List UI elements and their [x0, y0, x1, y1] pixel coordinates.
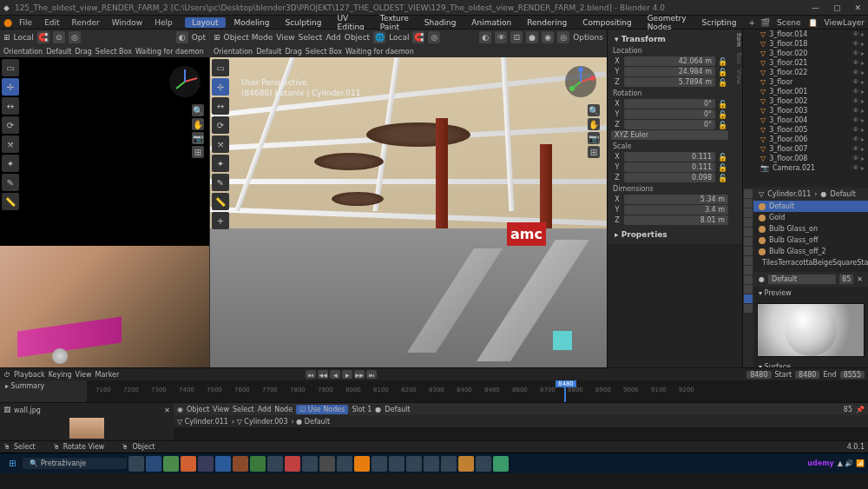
lock-icon[interactable]: 🔓: [716, 100, 728, 109]
node-slot-num[interactable]: 85: [844, 406, 852, 413]
outliner-item[interactable]: ▽3_floor.005👁▸: [743, 125, 868, 135]
mode-select[interactable]: Object Mode: [224, 33, 273, 42]
prop-tab-constraint[interactable]: [744, 275, 753, 284]
options-button[interactable]: Opt: [192, 33, 206, 42]
tool-measure[interactable]: 📏: [2, 193, 19, 210]
breadcrumb-obj[interactable]: Cylinder.011: [185, 418, 228, 426]
restrict-icon[interactable]: ▸: [861, 59, 865, 67]
view-menu[interactable]: View: [76, 371, 92, 379]
prop-tab-world[interactable]: [744, 228, 753, 236]
menu-render[interactable]: Render: [67, 18, 105, 27]
play-icon[interactable]: ▶: [342, 370, 352, 379]
pin-icon[interactable]: 📌: [856, 406, 865, 413]
restrict-icon[interactable]: ▸: [861, 30, 865, 38]
overlay-icon[interactable]: ◐: [479, 31, 491, 43]
viewlayer-select[interactable]: ViewLayer: [825, 18, 865, 27]
orientation-select[interactable]: Default: [46, 48, 71, 56]
eye-icon[interactable]: 👁: [852, 107, 859, 115]
loc-y-field[interactable]: 24.984 m: [624, 67, 715, 76]
properties-header[interactable]: ▸ Properties: [611, 228, 728, 241]
scale-x-field[interactable]: 0.111: [624, 152, 715, 162]
snap-icon[interactable]: ⊙: [53, 31, 65, 43]
taskbar-app[interactable]: [319, 456, 335, 472]
local-label[interactable]: Local: [14, 33, 34, 42]
keying-menu[interactable]: Keying: [49, 371, 72, 379]
node-add-menu[interactable]: Add: [258, 406, 272, 413]
jump-end-icon[interactable]: ⏭: [366, 370, 377, 379]
node-node-menu[interactable]: Node: [274, 406, 293, 413]
summary-label[interactable]: Summary: [11, 382, 45, 390]
tool-select[interactable]: ✢: [2, 78, 19, 96]
close-button[interactable]: ✕: [851, 3, 865, 12]
outliner-item[interactable]: ▽3_floor.002👁▸: [743, 96, 868, 106]
loc-z-field[interactable]: 5.7894 m: [624, 77, 715, 87]
tool-transform[interactable]: ✦: [2, 155, 19, 172]
start-button[interactable]: ⊞: [3, 459, 21, 468]
material-name[interactable]: Default: [831, 190, 856, 198]
restrict-icon[interactable]: ▸: [861, 69, 865, 76]
lock-icon[interactable]: 🔓: [716, 121, 728, 129]
camera-view-icon[interactable]: 📷: [588, 132, 600, 144]
taskbar-app[interactable]: [354, 456, 370, 472]
menu-help[interactable]: Help: [149, 18, 178, 27]
taskbar-app[interactable]: [163, 456, 179, 472]
taskbar-search[interactable]: 🔍 Pretraživanje: [23, 458, 127, 469]
eye-icon[interactable]: 👁: [852, 97, 859, 105]
minimize-button[interactable]: —: [808, 3, 823, 12]
object-mode-label[interactable]: Object: [187, 406, 209, 413]
taskbar-app[interactable]: [250, 456, 266, 472]
prop-tab-output[interactable]: [744, 199, 753, 208]
tab-item[interactable]: Item: [732, 33, 742, 47]
left-render-preview[interactable]: [0, 246, 209, 367]
timeline-editor-icon[interactable]: ⏱: [3, 371, 10, 379]
dim-z-field[interactable]: 8.01 m: [624, 215, 728, 225]
eye-icon[interactable]: 👁: [852, 164, 859, 172]
outliner-item[interactable]: ▽3_floor.006👁▸: [743, 135, 868, 144]
taskbar-app[interactable]: [267, 456, 283, 472]
lock-icon[interactable]: 🔓: [716, 110, 728, 119]
playhead[interactable]: 8480: [564, 380, 566, 402]
restrict-icon[interactable]: ▸: [861, 88, 865, 96]
tool-rotate[interactable]: ⟳: [212, 116, 229, 134]
select-menu[interactable]: Select: [299, 33, 323, 42]
material-slot[interactable]: Bulb Glass_off: [753, 235, 868, 246]
workspace-layout[interactable]: Layout: [185, 17, 226, 28]
orientation-select[interactable]: Default: [256, 48, 281, 56]
eye-icon[interactable]: 👁: [852, 40, 859, 48]
prop-tab-texture[interactable]: [744, 304, 753, 313]
object-name[interactable]: Cylinder.011: [767, 190, 811, 198]
prop-tab-scene[interactable]: [744, 218, 753, 227]
tab-view[interactable]: View: [732, 69, 742, 84]
blender-logo-icon[interactable]: ⬤: [3, 18, 12, 27]
breadcrumb-data[interactable]: Cylinder.003: [244, 418, 287, 426]
tool-scale[interactable]: ⤧: [212, 135, 229, 153]
jump-start-icon[interactable]: ⏮: [306, 370, 316, 379]
node-editor-icon[interactable]: ◉: [177, 406, 183, 413]
taskbar-app[interactable]: [476, 456, 491, 472]
use-nodes-toggle[interactable]: Use Nodes: [308, 406, 345, 413]
prop-tab-material[interactable]: [744, 294, 753, 303]
restrict-icon[interactable]: ▸: [861, 78, 865, 86]
eye-icon[interactable]: 👁: [852, 69, 859, 76]
material-slot[interactable]: Bulb Glass_on: [753, 223, 868, 235]
global-local-icon[interactable]: 🌐: [373, 31, 385, 43]
outliner-item[interactable]: ▽3_floor.008👁▸: [743, 154, 868, 163]
next-key-icon[interactable]: ▶▶: [354, 370, 365, 379]
outliner-item[interactable]: ▽3_floor.003👁▸: [743, 106, 868, 116]
material-slot[interactable]: Default: [753, 201, 868, 212]
eye-icon[interactable]: 👁: [852, 145, 859, 153]
tool-measure[interactable]: 📏: [212, 193, 229, 210]
taskbar-app[interactable]: [128, 456, 144, 472]
proportional-icon[interactable]: ◎: [69, 31, 81, 43]
lock-icon[interactable]: 🔓: [716, 174, 728, 182]
material-slot[interactable]: Gold: [753, 212, 868, 223]
navigation-gizmo[interactable]: [563, 64, 598, 99]
material-name-field[interactable]: Default: [768, 274, 836, 284]
material-slot[interactable]: Bulb Glass_off_2: [753, 246, 868, 257]
xray-icon[interactable]: 👁: [495, 31, 507, 43]
restrict-icon[interactable]: ▸: [861, 97, 865, 105]
shade-rendered-icon[interactable]: ◎: [557, 31, 569, 43]
image-icon[interactable]: 🖼: [3, 406, 10, 414]
rot-x-field[interactable]: 0°: [624, 99, 715, 109]
tool-select-box[interactable]: ✢: [212, 78, 229, 96]
